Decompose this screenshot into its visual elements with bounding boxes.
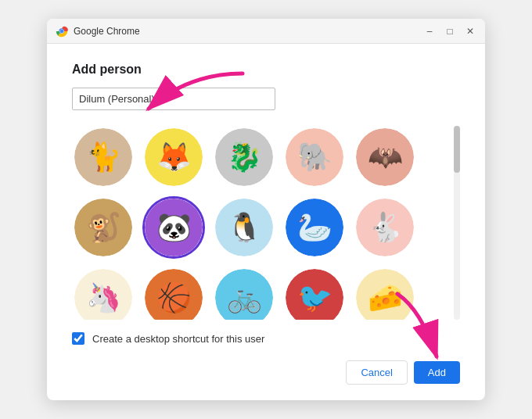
avatar-item[interactable]: 🐉	[213, 126, 275, 188]
window-title: Google Chrome	[74, 26, 422, 37]
cancel-button[interactable]: Cancel	[346, 360, 407, 385]
svg-point-2	[60, 29, 64, 33]
avatar-item[interactable]: 🐈	[72, 126, 135, 188]
avatar-item[interactable]: 🦊	[142, 126, 205, 188]
scrollbar-thumb[interactable]	[454, 126, 460, 173]
avatar-item[interactable]: 🐒	[72, 196, 135, 259]
avatar-item[interactable]: 🦢	[283, 196, 346, 259]
window-controls: – □ ✕	[422, 24, 477, 38]
desktop-shortcut-checkbox[interactable]	[72, 332, 84, 345]
avatar-item[interactable]: 🐘	[283, 126, 346, 188]
avatar-item[interactable]: 🦇	[354, 126, 416, 188]
avatar-item[interactable]: 🐼	[142, 196, 205, 259]
avatar-item[interactable]: 🐇	[354, 196, 416, 259]
chrome-logo-icon	[55, 24, 69, 38]
add-button[interactable]: Add	[414, 361, 460, 384]
maximize-button[interactable]: □	[443, 24, 457, 38]
dialog-window: Google Chrome – □ ✕ Add person 🐈🦊🐉🐘🦇	[47, 19, 485, 400]
minimize-button[interactable]: –	[422, 24, 437, 38]
dialog-content: Add person 🐈🦊🐉🐘🦇🐒🐼🐧🦢🐇🦄🏀🚲🐦🧀 Create a desk…	[47, 44, 485, 400]
avatar-item[interactable]: 🚲	[213, 267, 275, 320]
checkbox-row: Create a desktop shortcut for this user	[72, 332, 460, 345]
scrollbar-track	[454, 126, 460, 320]
avatar-item[interactable]: 🏀	[142, 267, 205, 320]
dialog-heading: Add person	[72, 63, 460, 77]
avatars-grid: 🐈🦊🐉🐘🦇🐒🐼🐧🦢🐇🦄🏀🚲🐦🧀	[72, 126, 460, 320]
avatar-item[interactable]: 🐧	[213, 196, 275, 259]
avatar-item[interactable]: 🐦	[283, 267, 346, 320]
name-input-row	[72, 88, 460, 110]
checkbox-label: Create a desktop shortcut for this user	[92, 333, 264, 345]
close-button[interactable]: ✕	[463, 24, 477, 38]
buttons-row: Cancel Add	[72, 360, 460, 385]
name-input[interactable]	[72, 88, 275, 110]
title-bar: Google Chrome – □ ✕	[47, 19, 485, 44]
avatar-item[interactable]: 🧀	[354, 267, 416, 320]
avatars-section: 🐈🦊🐉🐘🦇🐒🐼🐧🦢🐇🦄🏀🚲🐦🧀	[72, 126, 460, 320]
avatar-item[interactable]: 🦄	[72, 267, 135, 320]
